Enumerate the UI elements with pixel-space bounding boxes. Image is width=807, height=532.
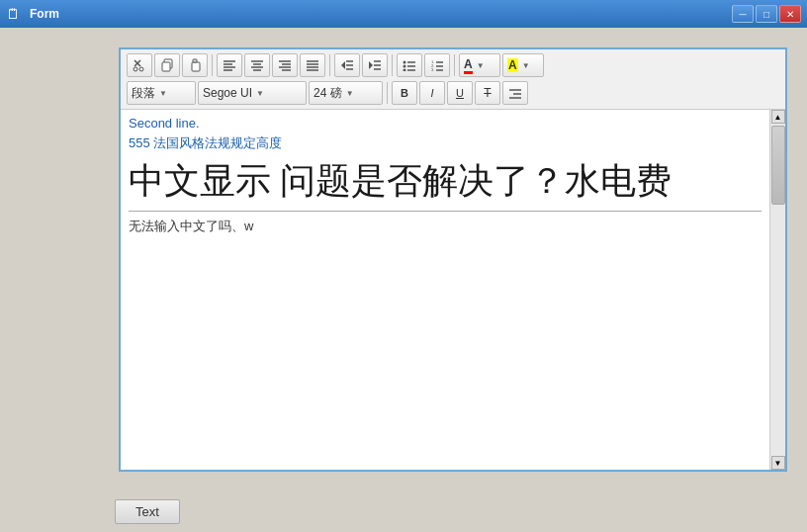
minimize-button[interactable]: ─ (732, 5, 754, 23)
svg-rect-6 (192, 62, 200, 71)
align-left-button[interactable] (217, 53, 242, 77)
copy-button[interactable] (154, 53, 180, 77)
svg-text:3.: 3. (431, 67, 434, 71)
font-dropdown[interactable]: Segoe UI ▼ (198, 81, 307, 105)
svg-point-2 (134, 67, 137, 71)
maximize-button[interactable]: □ (756, 5, 777, 23)
separator-4 (454, 54, 455, 76)
window-body: 1.2.3. A ▼ A ▼ 段落 ▼ (0, 28, 807, 491)
svg-rect-7 (193, 59, 197, 62)
toolbar-row-1: 1.2.3. A ▼ A ▼ (127, 53, 779, 77)
bottom-area: Text (0, 491, 807, 532)
size-arrow: ▼ (346, 89, 354, 98)
justify-button[interactable] (300, 53, 325, 77)
svg-point-3 (139, 67, 143, 71)
line-chinese-large: 中文显示 问题是否解决了？水电费 (129, 160, 762, 203)
ol-button[interactable]: 1.2.3. (424, 53, 450, 77)
right-justify-button[interactable] (502, 81, 528, 105)
svg-marker-28 (369, 61, 373, 69)
font-color-arrow: ▼ (477, 61, 485, 70)
side-panel (10, 47, 109, 472)
separator-3 (392, 54, 393, 76)
editor-container: 1.2.3. A ▼ A ▼ 段落 ▼ (119, 47, 787, 472)
highlight-icon: A (507, 58, 518, 72)
window-controls: ─ □ ✕ (732, 5, 801, 23)
svg-point-36 (404, 69, 406, 72)
svg-marker-24 (341, 61, 345, 69)
line-555: 555 法国风格法规规定高度 (129, 134, 762, 152)
line-divider (129, 211, 762, 212)
font-label: Segoe UI (203, 86, 252, 100)
font-color-icon: A (464, 57, 473, 74)
svg-point-34 (404, 65, 406, 68)
font-color-dropdown[interactable]: A ▼ (459, 53, 500, 77)
underline-button[interactable]: U (447, 81, 473, 105)
editor-text-area[interactable]: Second line. 555 法国风格法规规定高度 中文显示 问题是否解决了… (121, 110, 769, 470)
align-center-button[interactable] (244, 53, 270, 77)
size-label: 24 磅 (314, 85, 342, 102)
size-dropdown[interactable]: 24 磅 ▼ (309, 81, 383, 105)
close-button[interactable]: ✕ (779, 5, 801, 23)
separator-5 (387, 82, 388, 104)
strikethrough-icon: T (484, 86, 491, 100)
bold-button[interactable]: B (392, 81, 417, 105)
separator-1 (212, 54, 213, 76)
italic-button[interactable]: I (419, 81, 445, 105)
separator-2 (329, 54, 330, 76)
scrollbar[interactable]: ▲ ▼ (769, 110, 785, 470)
ul-button[interactable] (397, 53, 422, 77)
window-icon: 🗒 (6, 6, 20, 22)
paste-button[interactable] (182, 53, 208, 77)
svg-rect-5 (162, 62, 170, 71)
toolbar-row-2: 段落 ▼ Segoe UI ▼ 24 磅 ▼ B I (127, 81, 779, 105)
highlight-dropdown[interactable]: A ▼ (502, 53, 544, 77)
text-button[interactable]: Text (115, 499, 180, 524)
toolbar: 1.2.3. A ▼ A ▼ 段落 ▼ (121, 49, 785, 110)
highlight-arrow: ▼ (522, 61, 530, 70)
style-arrow: ▼ (159, 89, 167, 98)
cut-button[interactable] (127, 53, 152, 77)
align-right-button[interactable] (272, 53, 298, 77)
scroll-up-arrow[interactable]: ▲ (771, 110, 785, 124)
svg-point-32 (404, 61, 406, 64)
window-title: Form (30, 7, 59, 21)
indent-decrease-button[interactable] (334, 53, 360, 77)
scroll-down-arrow[interactable]: ▼ (771, 456, 785, 470)
style-label: 段落 (132, 85, 155, 102)
font-arrow: ▼ (256, 89, 264, 98)
style-dropdown[interactable]: 段落 ▼ (127, 81, 196, 105)
title-bar: 🗒 Form ─ □ ✕ (0, 0, 807, 28)
strikethrough-button[interactable]: T (475, 81, 500, 105)
editor-content[interactable]: Second line. 555 法国风格法规规定高度 中文显示 问题是否解决了… (121, 110, 785, 470)
indent-increase-button[interactable] (362, 53, 388, 77)
line-bottom: 无法输入中文了吗、w (129, 218, 762, 235)
line-second: Second line. (129, 116, 762, 131)
scrollbar-thumb[interactable] (771, 126, 785, 205)
